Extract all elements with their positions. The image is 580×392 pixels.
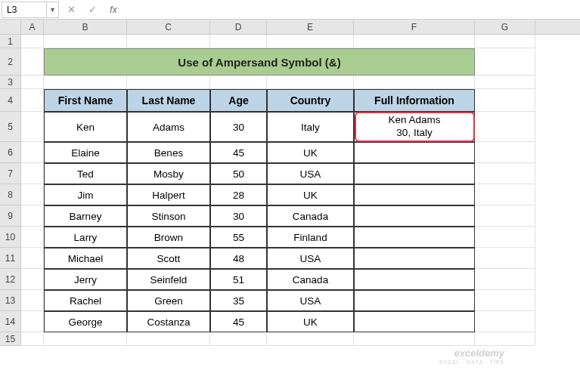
row-header-9[interactable]: 9: [0, 205, 21, 227]
table-cell-fullInfo[interactable]: [354, 311, 475, 332]
table-cell-age[interactable]: 50: [210, 163, 267, 184]
row-header-11[interactable]: 11: [0, 248, 21, 269]
table-cell-country[interactable]: UK: [267, 184, 354, 205]
table-cell-lastName[interactable]: Benes: [127, 142, 210, 163]
cell[interactable]: [475, 89, 535, 112]
table-cell-age[interactable]: 51: [210, 269, 267, 290]
name-box[interactable]: L3: [2, 2, 47, 18]
cell[interactable]: [21, 269, 44, 290]
cell[interactable]: [267, 76, 354, 89]
cell[interactable]: [475, 290, 535, 311]
table-cell-firstName[interactable]: Elaine: [44, 142, 127, 163]
cell[interactable]: [475, 112, 535, 142]
row-header-15[interactable]: 15: [0, 332, 21, 346]
row-header-10[interactable]: 10: [0, 227, 21, 248]
table-cell-lastName[interactable]: Halpert: [127, 184, 210, 205]
col-header-E[interactable]: E: [267, 20, 354, 34]
table-cell-lastName[interactable]: Adams: [127, 112, 210, 142]
table-cell-age[interactable]: 55: [210, 227, 267, 248]
cell[interactable]: [21, 184, 44, 205]
cell[interactable]: [127, 76, 210, 89]
cell[interactable]: [210, 332, 267, 346]
cell[interactable]: [127, 35, 210, 48]
table-cell-lastName[interactable]: Mosby: [127, 163, 210, 184]
table-cell-country[interactable]: USA: [267, 248, 354, 269]
table-cell-firstName[interactable]: Michael: [44, 248, 127, 269]
cell[interactable]: [354, 76, 475, 89]
table-cell-lastName[interactable]: Green: [127, 290, 210, 311]
cell[interactable]: [21, 89, 44, 112]
table-cell-age[interactable]: 30: [210, 112, 267, 142]
col-header-C[interactable]: C: [127, 20, 210, 34]
cell[interactable]: [475, 163, 535, 184]
cell[interactable]: [475, 48, 535, 76]
table-cell-lastName[interactable]: Brown: [127, 227, 210, 248]
table-cell-firstName[interactable]: Larry: [44, 227, 127, 248]
cell[interactable]: [210, 35, 267, 48]
table-cell-country[interactable]: USA: [267, 290, 354, 311]
cell[interactable]: [475, 248, 535, 269]
table-cell-firstName[interactable]: Rachel: [44, 290, 127, 311]
cell[interactable]: [44, 332, 127, 346]
row-header-7[interactable]: 7: [0, 163, 21, 184]
name-box-dropdown-icon[interactable]: ▼: [47, 2, 59, 18]
cell[interactable]: [21, 48, 44, 76]
table-cell-firstName[interactable]: Jerry: [44, 269, 127, 290]
table-cell-lastName[interactable]: Stinson: [127, 205, 210, 227]
cell[interactable]: [267, 35, 354, 48]
table-cell-fullInfo[interactable]: [354, 290, 475, 311]
cell[interactable]: [21, 311, 44, 332]
row-header-5[interactable]: 5: [0, 112, 21, 142]
row-header-1[interactable]: 1: [0, 35, 21, 48]
table-cell-country[interactable]: Finland: [267, 227, 354, 248]
table-cell-lastName[interactable]: Scott: [127, 248, 210, 269]
col-header-B[interactable]: B: [44, 20, 127, 34]
table-cell-lastName[interactable]: Costanza: [127, 311, 210, 332]
cell[interactable]: [21, 248, 44, 269]
cell[interactable]: [21, 112, 44, 142]
cell[interactable]: [475, 332, 535, 346]
table-cell-fullInfo[interactable]: [354, 184, 475, 205]
row-header-4[interactable]: 4: [0, 89, 21, 112]
title-cell[interactable]: Use of Ampersand Symbol (&): [44, 48, 475, 76]
table-header-lastName[interactable]: Last Name: [127, 89, 210, 112]
row-header-3[interactable]: 3: [0, 76, 21, 89]
cell[interactable]: [21, 142, 44, 163]
table-cell-firstName[interactable]: Jim: [44, 184, 127, 205]
col-header-F[interactable]: F: [354, 20, 475, 34]
table-cell-country[interactable]: UK: [267, 311, 354, 332]
table-header-country[interactable]: Country: [267, 89, 354, 112]
cell[interactable]: [21, 290, 44, 311]
table-cell-age[interactable]: 45: [210, 311, 267, 332]
cell[interactable]: [21, 227, 44, 248]
cell[interactable]: [267, 332, 354, 346]
table-cell-fullInfo[interactable]: [354, 248, 475, 269]
table-cell-country[interactable]: UK: [267, 142, 354, 163]
cell[interactable]: [210, 76, 267, 89]
cell[interactable]: [475, 76, 535, 89]
cell[interactable]: [21, 76, 44, 89]
select-all-corner[interactable]: [0, 20, 21, 35]
row-header-2[interactable]: 2: [0, 48, 21, 76]
table-cell-firstName[interactable]: George: [44, 311, 127, 332]
cell[interactable]: [44, 35, 127, 48]
cell[interactable]: [21, 163, 44, 184]
table-cell-age[interactable]: 35: [210, 290, 267, 311]
row-header-8[interactable]: 8: [0, 184, 21, 205]
cell[interactable]: [21, 35, 44, 48]
table-cell-firstName[interactable]: Ted: [44, 163, 127, 184]
cell[interactable]: [475, 227, 535, 248]
table-cell-country[interactable]: Canada: [267, 205, 354, 227]
fx-icon[interactable]: fx: [104, 2, 123, 18]
cell[interactable]: [475, 269, 535, 290]
col-header-A[interactable]: A: [21, 20, 44, 34]
cell[interactable]: [475, 35, 535, 48]
table-cell-fullInfo[interactable]: [354, 205, 475, 227]
row-header-6[interactable]: 6: [0, 142, 21, 163]
table-cell-fullInfo[interactable]: [354, 142, 475, 163]
table-header-fullInfo[interactable]: Full Information: [354, 89, 475, 112]
confirm-icon[interactable]: ✓: [83, 2, 101, 18]
table-cell-firstName[interactable]: Barney: [44, 205, 127, 227]
cell[interactable]: [475, 184, 535, 205]
col-header-G[interactable]: G: [475, 20, 535, 34]
